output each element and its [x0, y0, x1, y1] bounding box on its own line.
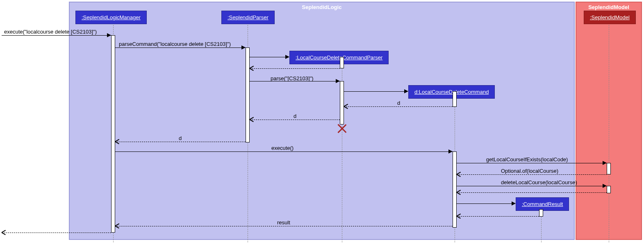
arrow-m7	[115, 151, 453, 152]
activation-parser	[246, 47, 250, 142]
arrow-create-result	[457, 203, 515, 204]
arrow-m2-head	[241, 45, 246, 50]
arrow-m10-ret	[457, 192, 607, 193]
arrow-final-out-head	[2, 230, 6, 235]
msg-result: result	[277, 219, 290, 226]
arrow-create-cmd	[344, 91, 408, 92]
arrow-create-result-ret-head	[457, 214, 461, 218]
participant-delete-parser: :LocalCourseDeleteCommandParser	[289, 51, 389, 64]
arrow-d1	[344, 106, 453, 107]
arrow-d3-head	[115, 140, 119, 144]
arrow-create-parser-ret	[250, 68, 340, 69]
msg-execute-in: execute("localcourse delete [CS2103]")	[4, 29, 97, 35]
arrow-m1	[2, 35, 111, 36]
arrow-m7-head	[448, 149, 453, 154]
arrow-create-parser-ret-head	[250, 66, 254, 70]
msg-optional: Optional.of(localCourse)	[501, 168, 558, 174]
arrow-m11-head	[115, 224, 119, 228]
seplendid-logic-frame: SeplendidLogic	[69, 2, 575, 240]
activation-cmd-result	[539, 209, 543, 217]
arrow-m11	[115, 226, 453, 226]
participant-logic-manager: :SeplendidLogicManager	[75, 11, 147, 24]
arrow-m1-head	[107, 33, 111, 37]
arrow-d2-head	[250, 117, 254, 122]
msg-execute: execute()	[271, 145, 294, 151]
arrow-final-out	[2, 233, 111, 233]
participant-model: :SeplendidModel	[584, 11, 636, 24]
lifeline-model	[609, 23, 609, 242]
arrow-m9-head	[457, 172, 461, 176]
arrow-m9	[457, 174, 607, 175]
arrow-m3	[250, 81, 340, 81]
arrow-create-parser-head	[285, 55, 289, 59]
arrow-create-parser	[250, 57, 289, 57]
arrow-create-cmd-head	[404, 89, 408, 93]
msg-get-local: getLocalCourseIfExists(localCode)	[486, 156, 568, 163]
msg-d3: d	[179, 135, 182, 141]
arrow-m2	[115, 47, 246, 48]
arrow-d3	[115, 142, 246, 142]
arrow-m10	[457, 186, 607, 186]
activation-delete-parser-1	[340, 57, 344, 68]
msg-delete-local: deleteLocalCourse(localCourse)	[501, 179, 577, 185]
arrow-m3-head	[336, 79, 340, 83]
arrow-create-result-head	[512, 201, 516, 206]
arrow-create-result-ret	[457, 216, 539, 217]
activation-delete-parser-2	[340, 81, 344, 124]
arrow-d2	[250, 120, 340, 120]
arrow-m10-head	[603, 184, 607, 188]
arrow-m10-ret-head	[457, 190, 461, 194]
activation-logic-manager	[111, 35, 115, 233]
msg-d1: d	[397, 100, 400, 106]
msg-d2: d	[294, 113, 296, 119]
arrow-m8	[457, 163, 607, 163]
participant-parser: :SeplendidParser	[221, 11, 275, 24]
arrow-m8-head	[603, 161, 607, 165]
activation-model-2	[607, 186, 611, 193]
activation-delete-cmd-1	[453, 91, 457, 107]
participant-delete-cmd: d:LocalCourseDeleteCommand	[408, 85, 495, 99]
arrow-d1-head	[344, 104, 348, 108]
msg-parse-command: parseCommand("localcourse delete [CS2103…	[119, 41, 231, 47]
destroy-icon	[337, 124, 347, 133]
msg-parse: parse("[CS2103]")	[271, 75, 314, 81]
activation-model-1	[607, 163, 611, 174]
